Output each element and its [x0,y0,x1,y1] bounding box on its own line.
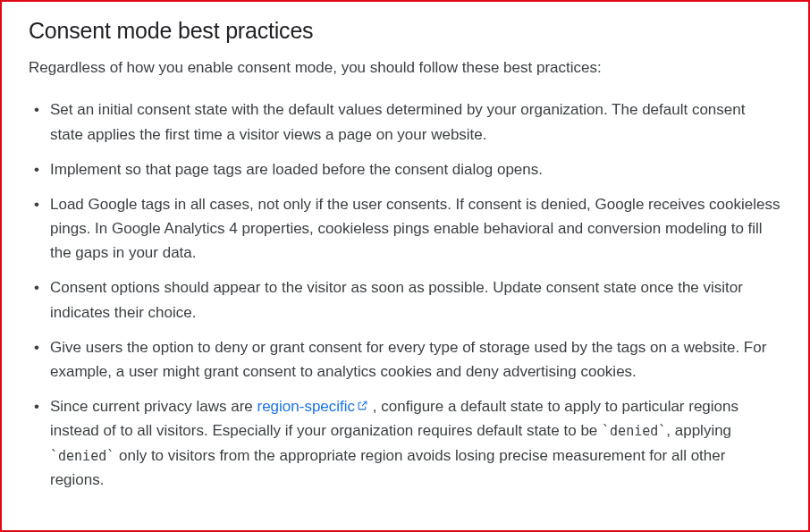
list-item: Set an initial consent state with the de… [29,97,781,146]
external-link-icon [357,394,368,418]
list-item: Implement so that page tags are loaded b… [29,157,781,182]
list-item: Load Google tags in all cases, not only … [29,192,781,266]
code-denied: `denied` [50,448,114,464]
text-fragment: , applying [666,422,731,439]
text-fragment: Since current privacy laws are [50,398,257,415]
text-fragment: only to visitors from the appropriate re… [50,447,725,488]
content-box: Consent mode best practices Regardless o… [0,0,810,532]
link-text: region-specific [257,398,355,415]
code-denied: `denied` [602,423,666,439]
best-practices-list: Set an initial consent state with the de… [29,97,781,492]
list-item: Since current privacy laws are region-sp… [29,394,781,492]
list-item: Consent options should appear to the vis… [29,275,781,324]
list-item: Give users the option to deny or grant c… [29,335,781,384]
intro-text: Regardless of how you enable consent mod… [29,56,781,80]
heading: Consent mode best practices [29,18,781,44]
region-specific-link[interactable]: region-specific [257,398,368,415]
